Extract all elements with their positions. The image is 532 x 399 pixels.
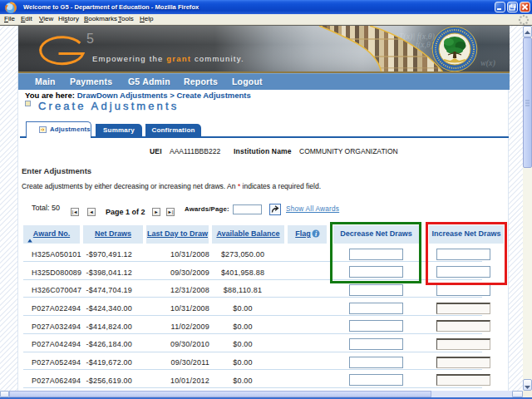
- svg-text:Empowering the grant community: Empowering the grant community.: [92, 54, 244, 63]
- svg-text:w(x): w(x): [480, 58, 495, 68]
- svg-text:f(x,θ): f(x,θ): [416, 40, 434, 50]
- svg-text:5: 5: [86, 32, 94, 46]
